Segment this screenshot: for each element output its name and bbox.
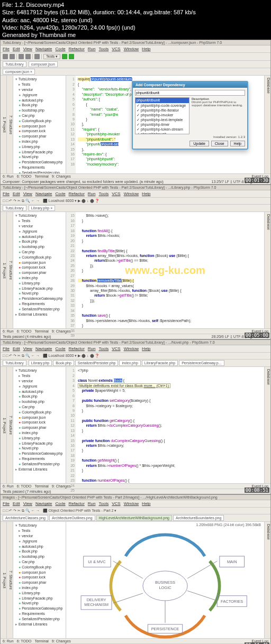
tree-item[interactable]: autoload.php — [14, 544, 65, 549]
menu-tools[interactable]: Tools — [99, 501, 109, 506]
menu-help[interactable]: Help — [142, 346, 150, 351]
run-config[interactable]: Tests ▾ — [43, 54, 60, 59]
database-tool[interactable]: Database — [264, 76, 270, 173]
menu-run[interactable]: Run — [88, 501, 96, 506]
menu-help[interactable]: Help — [142, 47, 150, 51]
structure-tool[interactable]: 7: Structure — [7, 76, 13, 173]
menu-vcs[interactable]: VCS — [112, 346, 120, 351]
tree-item[interactable]: Book.php — [14, 549, 65, 554]
tree-item[interactable]: PersistenceGateway.php — [14, 606, 65, 611]
tree-item[interactable]: LibraryFacade.php — [14, 150, 65, 155]
tab-project[interactable]: TutsLibrary — [3, 61, 26, 67]
menu-edit[interactable]: Edit — [13, 501, 20, 506]
tree-item[interactable]: Book.php — [14, 103, 65, 108]
structure-tool[interactable]: 7: Structure — [7, 212, 13, 328]
editor-tab[interactable]: Library.php × — [29, 205, 56, 211]
toolbar[interactable]: Tests ▾ — [1, 53, 270, 61]
tree-item[interactable]: bootstrap.php — [14, 108, 65, 113]
menu-run[interactable]: Run — [88, 191, 96, 196]
package-item[interactable]: ✓ phpunit/php-text-template — [136, 117, 189, 122]
tree-item[interactable]: ColoringBook.php — [14, 410, 65, 415]
tree-item[interactable]: .hgignore — [14, 539, 65, 544]
tree-item[interactable]: vendor — [14, 379, 65, 384]
package-item[interactable]: ✓ phpunit/php-invoker — [136, 113, 189, 117]
tree-item[interactable]: Car.php — [14, 113, 65, 118]
package-item[interactable]: ✓ phpunit/php-file-iterator — [136, 108, 189, 113]
tree-item[interactable]: composer.json — [14, 124, 65, 129]
code-editor[interactable]: 1516171819202122232425262728293031323334… — [66, 212, 264, 328]
tree-item[interactable]: Novel.php — [14, 154, 65, 160]
menu-view[interactable]: View — [23, 47, 32, 51]
tree-item[interactable]: Novel.php — [14, 291, 65, 296]
tree-item[interactable]: ColoringBook.php — [14, 565, 65, 570]
menu-navigate[interactable]: Navigate — [35, 47, 52, 51]
tree-item[interactable]: composer.phar — [14, 425, 65, 430]
menu-refactor[interactable]: Refactor — [69, 47, 85, 51]
project-tool[interactable]: 1: Project — [1, 76, 7, 173]
tree-item[interactable]: composer.json — [14, 260, 65, 265]
tree-item[interactable]: Requirements — [14, 301, 65, 307]
tree-item[interactable]: Book.php — [14, 394, 65, 399]
code-editor[interactable]: 1234567891011121314151617181920212223242… — [66, 367, 264, 483]
menu-edit[interactable]: Edit — [13, 47, 20, 51]
menu-edit[interactable]: Edit — [13, 346, 20, 351]
project-tool[interactable]: 1: Project — [1, 522, 7, 638]
project-tree[interactable]: TutsLibraryTestsvendor.hgignoreautoload.… — [13, 76, 66, 173]
tree-item[interactable]: composer.lock — [14, 128, 65, 134]
menu-tools[interactable]: Tools — [99, 47, 109, 51]
package-search-input[interactable] — [135, 90, 245, 96]
code-area[interactable]: <?php class Novel extends Book { Multipl… — [76, 367, 264, 483]
tree-item[interactable]: index.php — [14, 275, 65, 281]
menubar[interactable]: FileEditViewNavigateCodeRefactorRunTools… — [1, 500, 270, 508]
tree-item[interactable]: Library.php — [14, 281, 65, 286]
tree-item[interactable]: Library.php — [14, 436, 65, 441]
save-icon[interactable] — [10, 54, 15, 59]
code-editor[interactable]: 123456789101112131415161718 require|phpu… — [66, 76, 264, 173]
tool-tab[interactable]: Terminal — [34, 639, 48, 643]
diagram-view[interactable]: 1.209x688 PNG (24-bit color) 396.58kB BU… — [66, 522, 264, 638]
menu-file[interactable]: File — [3, 47, 10, 51]
open-icon[interactable] — [3, 54, 8, 59]
database-tool[interactable]: Database — [264, 212, 270, 328]
database-tool[interactable]: Database — [264, 522, 270, 638]
tree-item[interactable]: ColoringBook.php — [14, 118, 65, 124]
structure-tool[interactable]: 7: Structure — [7, 522, 13, 638]
menu-tools[interactable]: Tools — [99, 191, 109, 196]
menu-refactor[interactable]: Refactor — [69, 501, 85, 506]
menu-code[interactable]: Code — [55, 47, 65, 51]
project-tool[interactable]: 1: Project — [1, 212, 7, 328]
tree-item[interactable]: LibraryFacade.php — [14, 596, 65, 601]
package-item[interactable]: ✓ phpunit/php-token-stream — [136, 127, 189, 132]
menu-view[interactable]: View — [23, 191, 32, 196]
menu-navigate[interactable]: Navigate — [35, 191, 52, 196]
tree-item[interactable]: bootstrap.php — [14, 554, 65, 559]
tree-item[interactable]: Requirements — [14, 611, 65, 617]
menu-navigate[interactable]: Navigate — [35, 346, 52, 351]
database-tool[interactable]: Database — [264, 367, 270, 483]
tree-item[interactable]: vendor — [14, 224, 65, 229]
tree-item[interactable]: SerializedPersister.php — [14, 307, 65, 312]
menu-file[interactable]: File — [3, 191, 10, 196]
tree-item[interactable]: Car.php — [14, 250, 65, 255]
tree-item[interactable]: Book.php — [14, 239, 65, 244]
menu-view[interactable]: View — [23, 346, 32, 351]
tree-item[interactable]: .hgignore — [14, 384, 65, 389]
tree-item[interactable]: SerializedPersister.php — [14, 617, 65, 622]
tree-item[interactable]: Car.php — [14, 404, 65, 410]
tool-tab[interactable]: Terminal — [34, 329, 48, 333]
tree-item[interactable]: composer.json — [14, 570, 65, 575]
tool-tab[interactable]: 6: TODO — [17, 639, 32, 643]
tree-item[interactable]: External Libraries — [14, 622, 65, 627]
tree-item[interactable]: Requirements — [14, 456, 65, 462]
run-icon[interactable] — [62, 54, 67, 59]
tree-item[interactable]: .hgignore — [14, 229, 65, 234]
menu-file[interactable]: File — [3, 346, 10, 351]
tool-tab[interactable]: 6: Run — [3, 329, 14, 333]
menu-refactor[interactable]: Refactor — [69, 191, 85, 196]
tree-item[interactable]: autoload.php — [14, 389, 65, 394]
tree-item[interactable]: .hgignore — [14, 93, 65, 98]
tree-item[interactable]: PersistenceGateway.php — [14, 160, 65, 165]
tree-item[interactable]: autoload.php — [14, 234, 65, 240]
tool-tab[interactable]: Terminal — [34, 484, 48, 488]
tree-item[interactable]: PersistenceGateway.php — [14, 451, 65, 456]
